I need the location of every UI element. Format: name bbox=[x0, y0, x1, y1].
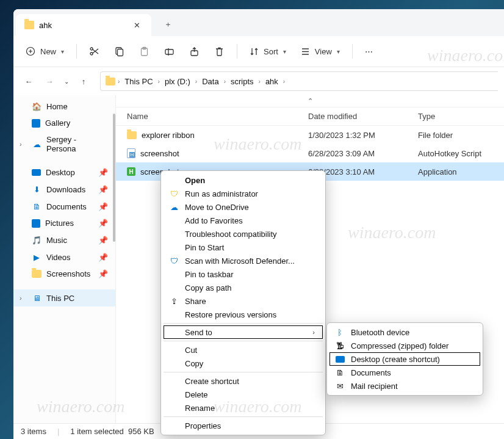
sidebar-item-screenshots[interactable]: Screenshots📌 bbox=[13, 266, 115, 282]
delete-button[interactable] bbox=[208, 41, 231, 62]
ctx-share[interactable]: ⇪Share bbox=[164, 294, 323, 308]
pictures-icon bbox=[32, 219, 40, 228]
context-submenu-sendto: ᛒBluetooth device 🗜Compressed (zipped) f… bbox=[326, 322, 483, 396]
ctx-open[interactable]: Open bbox=[164, 173, 323, 187]
sidebar-item-desktop[interactable]: Desktop📌 bbox=[13, 164, 115, 181]
sidebar-item-music[interactable]: 🎵Music📌 bbox=[13, 231, 115, 249]
breadcrumb-drive[interactable]: plx (D:) bbox=[162, 76, 193, 87]
sidebar-item-onedrive[interactable]: ›☁Sergey - Persona bbox=[13, 131, 115, 157]
tab-bar: ahk ✕ ＋ bbox=[13, 9, 504, 36]
file-row[interactable]: explorer ribbon 1/30/2023 1:32 PM File f… bbox=[116, 126, 504, 144]
copy-button[interactable] bbox=[108, 41, 131, 62]
ctx-defender[interactable]: 🛡Scan with Microsoft Defender... bbox=[164, 254, 323, 267]
sendto-zip[interactable]: 🗜Compressed (zipped) folder bbox=[329, 339, 480, 352]
mail-icon: ✉ bbox=[335, 382, 345, 391]
ctx-create-shortcut[interactable]: Create shortcut bbox=[164, 374, 323, 388]
column-header-date[interactable]: Date modified bbox=[308, 112, 418, 121]
ctx-cut[interactable]: Cut bbox=[164, 343, 323, 357]
ctx-copy-path[interactable]: Copy as path bbox=[164, 281, 323, 294]
sendto-desktop-shortcut[interactable]: Desktop (create shortcut) bbox=[329, 352, 480, 366]
new-tab-button[interactable]: ＋ bbox=[159, 15, 177, 34]
chevron-right-icon: › bbox=[118, 78, 120, 85]
new-button[interactable]: New ▾ bbox=[20, 41, 70, 62]
breadcrumb-thispc[interactable]: This PC bbox=[122, 76, 155, 87]
application-icon: H bbox=[127, 167, 135, 176]
documents-icon: 🗎 bbox=[335, 368, 345, 377]
share-icon bbox=[189, 46, 200, 57]
home-icon: 🏠 bbox=[32, 101, 41, 111]
file-row[interactable]: screenshot 6/28/2023 3:09 AM AutoHotkey … bbox=[116, 144, 504, 162]
share-button[interactable] bbox=[183, 41, 206, 62]
column-header-type[interactable]: Type bbox=[418, 112, 498, 121]
sidebar-item-pictures[interactable]: Pictures📌 bbox=[13, 215, 115, 231]
videos-icon: ▶ bbox=[32, 252, 41, 262]
back-button[interactable]: ← bbox=[20, 72, 38, 90]
folder-icon bbox=[32, 270, 41, 278]
ctx-compat[interactable]: Troubleshoot compatibility bbox=[164, 227, 323, 241]
desktop-icon bbox=[32, 169, 41, 176]
folder-icon bbox=[24, 21, 34, 29]
ctx-pin-start[interactable]: Pin to Start bbox=[164, 241, 323, 254]
ctx-copy[interactable]: Copy bbox=[164, 357, 323, 370]
chevron-right-icon: › bbox=[224, 78, 226, 85]
close-tab-button[interactable]: ✕ bbox=[131, 19, 143, 31]
recent-dropdown[interactable]: ⌄ bbox=[61, 72, 72, 90]
svg-point-2 bbox=[90, 48, 93, 50]
tab-ahk[interactable]: ahk ✕ bbox=[16, 14, 151, 36]
breadcrumb-ahk[interactable]: ahk bbox=[263, 76, 281, 87]
ctx-favorites[interactable]: Add to Favorites bbox=[164, 214, 323, 227]
ctx-send-to[interactable]: Send to› bbox=[164, 325, 323, 339]
documents-icon: 🗎 bbox=[32, 201, 41, 211]
ctx-onedrive[interactable]: ☁Move to OneDrive bbox=[164, 200, 323, 214]
tab-title: ahk bbox=[39, 21, 52, 30]
shield-icon: 🛡 bbox=[169, 189, 179, 198]
ctx-properties[interactable]: Properties bbox=[164, 419, 323, 432]
ctx-delete[interactable]: Delete bbox=[164, 388, 323, 401]
gallery-icon bbox=[32, 119, 40, 128]
breadcrumb-scripts[interactable]: scripts bbox=[228, 76, 256, 87]
downloads-icon: ⬇ bbox=[32, 184, 41, 194]
pin-icon: 📌 bbox=[98, 168, 108, 177]
sidebar-item-home[interactable]: 🏠Home bbox=[13, 98, 115, 115]
chevron-right-icon: › bbox=[195, 78, 197, 85]
up-button[interactable]: ↑ bbox=[74, 72, 93, 90]
desktop-icon bbox=[335, 356, 345, 363]
ctx-pin-taskbar[interactable]: Pin to taskbar bbox=[164, 267, 323, 281]
sort-button[interactable]: Sort ▾ bbox=[243, 41, 292, 62]
chevron-right-icon: › bbox=[283, 78, 285, 85]
folder-icon bbox=[106, 78, 115, 85]
sidebar-item-videos[interactable]: ▶Videos📌 bbox=[13, 249, 115, 266]
sidebar-item-downloads[interactable]: ⬇Downloads📌 bbox=[13, 181, 115, 198]
rename-button[interactable] bbox=[158, 41, 181, 62]
sendto-documents[interactable]: 🗎Documents bbox=[329, 366, 480, 379]
pin-icon: 📌 bbox=[98, 253, 108, 262]
column-headers: Name Date modified Type bbox=[116, 107, 504, 126]
copy-icon bbox=[114, 46, 124, 57]
context-menu: Open 🛡Run as administrator ☁Move to OneD… bbox=[160, 170, 326, 435]
svg-point-1 bbox=[90, 53, 93, 55]
breadcrumb-data[interactable]: Data bbox=[200, 76, 221, 87]
forward-button[interactable]: → bbox=[40, 72, 59, 90]
sort-indicator[interactable]: ⌃ bbox=[116, 95, 504, 107]
column-header-name[interactable]: Name bbox=[122, 112, 308, 121]
sidebar-item-thispc[interactable]: ›🖥This PC bbox=[13, 289, 115, 307]
ctx-run-as-admin[interactable]: 🛡Run as administrator bbox=[164, 187, 323, 200]
sidebar-item-documents[interactable]: 🗎Documents📌 bbox=[13, 198, 115, 215]
sendto-mail[interactable]: ✉Mail recipient bbox=[329, 379, 480, 393]
ctx-rename[interactable]: Rename bbox=[164, 401, 323, 415]
pin-icon: 📌 bbox=[98, 219, 108, 228]
rename-icon bbox=[164, 46, 175, 57]
view-button[interactable]: View ▾ bbox=[295, 41, 346, 62]
chevron-right-icon: › bbox=[312, 328, 315, 336]
sidebar-item-gallery[interactable]: Gallery bbox=[13, 115, 115, 131]
ctx-restore[interactable]: Restore previous versions bbox=[164, 308, 323, 321]
more-button[interactable]: ⋯ bbox=[359, 41, 379, 62]
pin-icon: 📌 bbox=[98, 236, 108, 245]
status-item-count: 3 items bbox=[21, 427, 46, 436]
address-bar[interactable]: › This PC › plx (D:) › Data › scripts › … bbox=[100, 71, 498, 91]
chevron-right-icon: › bbox=[158, 78, 160, 85]
cut-button[interactable] bbox=[83, 41, 106, 62]
sidebar: 🏠Home Gallery ›☁Sergey - Persona Desktop… bbox=[13, 95, 116, 423]
sendto-bluetooth[interactable]: ᛒBluetooth device bbox=[329, 325, 480, 339]
paste-button[interactable] bbox=[133, 41, 156, 62]
